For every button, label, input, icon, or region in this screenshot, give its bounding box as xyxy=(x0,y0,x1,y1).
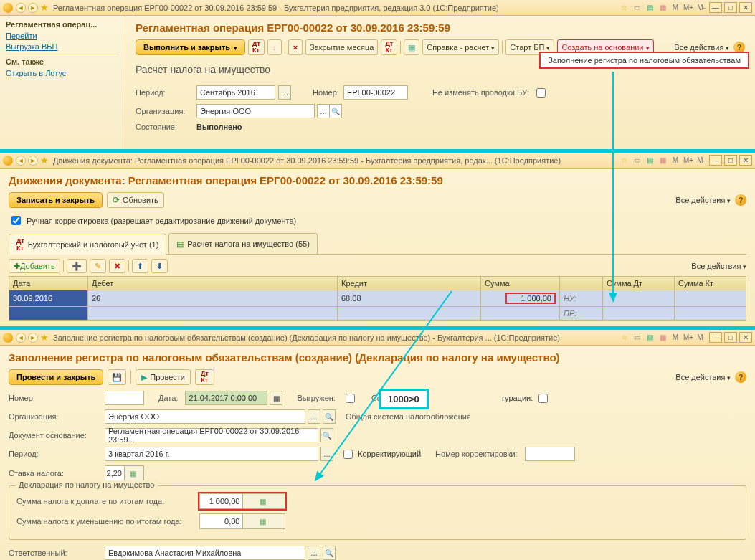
history-icon[interactable]: ▭ xyxy=(631,155,642,166)
nav-back-icon[interactable]: ◄ xyxy=(16,333,26,343)
period-input[interactable]: 3 квартал 2016 г. xyxy=(105,447,318,461)
help-icon[interactable]: ? xyxy=(735,371,746,383)
history-icon[interactable]: ▭ xyxy=(631,2,642,14)
maximize-button[interactable]: □ xyxy=(724,2,737,13)
execute-close-button[interactable]: Выполнить и закрыть xyxy=(136,39,245,55)
close-button[interactable]: ✕ xyxy=(739,155,752,166)
mminus-icon[interactable]: M- xyxy=(695,2,707,14)
all-actions-link[interactable]: Все действия xyxy=(674,43,729,52)
manual-edit-checkbox[interactable] xyxy=(11,216,21,225)
all-actions-link[interactable]: Все действия xyxy=(675,196,731,204)
col-sum-kt[interactable]: Сумма Кт xyxy=(675,277,746,290)
fav-icon[interactable]: ☆ xyxy=(618,155,630,166)
help-icon[interactable]: ? xyxy=(735,194,746,206)
org-search[interactable]: 🔍 xyxy=(323,409,336,424)
sidebar-link-goto[interactable]: Перейти xyxy=(6,32,119,40)
correcting-checkbox[interactable] xyxy=(343,450,353,459)
col-sum-dt[interactable]: Сумма Дт xyxy=(603,277,675,290)
report-button[interactable]: Справка - расчет xyxy=(422,39,499,55)
all-actions-link[interactable]: Все действия xyxy=(675,373,731,381)
nav-back-icon[interactable]: ◄ xyxy=(16,3,26,13)
sidebar-link-vbp[interactable]: Выгрузка ВБП xyxy=(6,42,119,51)
tab-accounting[interactable]: ДтКтБухгалтерский и налоговый учет (1) xyxy=(9,234,166,255)
mminus-icon[interactable]: M- xyxy=(695,332,707,343)
calc-icon[interactable]: ▤ xyxy=(644,332,655,343)
sum-reduce-input[interactable]: 0,00▦ xyxy=(199,513,285,529)
m-icon[interactable]: M xyxy=(670,332,681,343)
delete-icon[interactable]: ✖ xyxy=(109,259,125,273)
save-icon[interactable]: 💾 xyxy=(108,369,126,385)
nav-fwd-icon[interactable]: ► xyxy=(28,3,38,13)
all-actions-link[interactable]: Все действия xyxy=(691,262,746,270)
tab-tax-calc[interactable]: ▤Расчет налога на имущество (55) xyxy=(168,233,317,254)
period-picker-button[interactable]: … xyxy=(278,85,291,100)
arrow-down-icon[interactable]: ↓ xyxy=(267,39,282,55)
minimize-button[interactable]: — xyxy=(709,332,722,343)
cancel-icon[interactable]: × xyxy=(288,39,303,55)
create-based-popup-item[interactable]: Заполнение регистра по налоговым обязате… xyxy=(539,52,749,69)
responsible-search[interactable]: 🔍 xyxy=(323,546,336,560)
base-doc-input[interactable]: Регламентная операция ЕРГ00-00022 от 30.… xyxy=(105,428,318,442)
col-date[interactable]: Дата xyxy=(9,277,88,290)
responsible-dots[interactable]: … xyxy=(308,546,320,560)
period-input[interactable]: Сентябрь 2016 xyxy=(196,85,275,100)
add-button[interactable]: ✚ Добавить xyxy=(9,259,60,273)
m-icon[interactable]: M xyxy=(670,2,681,14)
date-input[interactable]: 21.04.2017 0:00:00 xyxy=(185,391,267,405)
minimize-button[interactable]: — xyxy=(709,2,722,13)
base-doc-search[interactable]: 🔍 xyxy=(320,428,333,442)
nav-back-icon[interactable]: ◄ xyxy=(16,156,26,166)
col-credit[interactable]: Кредит xyxy=(338,277,481,290)
org-dots-button[interactable]: … xyxy=(317,104,330,118)
refresh-button[interactable]: ⟳Обновить xyxy=(107,192,164,208)
calendar-icon[interactable]: ▦ xyxy=(657,2,668,14)
dtkt-icon-2[interactable]: ДтКт xyxy=(381,39,397,55)
calc-icon[interactable]: ▦ xyxy=(124,466,143,480)
dtkt-button[interactable]: ДтКт xyxy=(195,369,214,385)
calc-icon[interactable]: ▤ xyxy=(644,2,655,14)
calc-icon[interactable]: ▤ xyxy=(644,155,655,166)
report-icon[interactable]: ▤ xyxy=(404,39,419,55)
nav-fwd-icon[interactable]: ► xyxy=(28,333,38,343)
maximize-button[interactable]: □ xyxy=(724,155,737,166)
mminus-icon[interactable]: M- xyxy=(695,155,707,166)
favorite-icon[interactable]: ★ xyxy=(40,332,49,343)
rate-input[interactable]: 2,20▦ xyxy=(105,465,144,481)
minimize-button[interactable]: — xyxy=(709,155,722,166)
save-close-button[interactable]: Записать и закрыть xyxy=(9,192,103,208)
close-button[interactable]: ✕ xyxy=(739,2,752,13)
edit-icon[interactable]: ✎ xyxy=(90,259,106,273)
history-icon[interactable]: ▭ xyxy=(631,332,642,343)
date-calendar-button[interactable]: ▦ xyxy=(270,391,282,405)
mplus-icon[interactable]: M+ xyxy=(683,332,694,343)
sidebar-link-lotus[interactable]: Открыть в Лотус xyxy=(6,69,119,77)
number-input[interactable]: ЕРГ00-00022 xyxy=(343,85,408,100)
add-icon[interactable]: ➕ xyxy=(67,259,87,273)
mplus-icon[interactable]: M+ xyxy=(683,2,694,14)
close-month-button[interactable]: Закрытие месяца xyxy=(305,39,379,55)
table-row[interactable]: 30.09.2016 26 68.08 1 000,00 НУ: xyxy=(9,290,746,307)
org-search-button[interactable]: 🔍 xyxy=(329,104,342,118)
fav-icon[interactable]: ☆ xyxy=(618,332,630,343)
favorite-icon[interactable]: ★ xyxy=(40,155,49,166)
lock-checkbox[interactable] xyxy=(536,88,546,98)
move-down-icon[interactable]: ⬇ xyxy=(151,259,168,273)
close-button[interactable]: ✕ xyxy=(739,332,752,343)
calc-icon[interactable]: ▦ xyxy=(242,494,285,508)
period-dots[interactable]: … xyxy=(320,447,333,461)
number-input[interactable] xyxy=(105,391,144,405)
responsible-input[interactable]: Евдокимова Анастасия Михайловна xyxy=(105,546,305,560)
corr-num-input[interactable] xyxy=(525,447,575,461)
table-row[interactable]: ПР: xyxy=(9,307,746,321)
dtkt-icon[interactable]: ДтКт xyxy=(248,39,265,55)
calendar-icon[interactable]: ▦ xyxy=(657,155,668,166)
favorite-icon[interactable]: ★ xyxy=(40,2,49,13)
fav-icon[interactable]: ☆ xyxy=(618,2,630,14)
post-close-button[interactable]: Провести и закрыть xyxy=(9,369,103,385)
nav-fwd-icon[interactable]: ► xyxy=(28,156,38,166)
move-up-icon[interactable]: ⬆ xyxy=(132,259,148,273)
col-sum[interactable]: Сумма xyxy=(481,277,560,290)
config-checkbox[interactable] xyxy=(538,394,548,403)
calc-icon[interactable]: ▦ xyxy=(242,514,285,528)
maximize-button[interactable]: □ xyxy=(724,332,737,343)
